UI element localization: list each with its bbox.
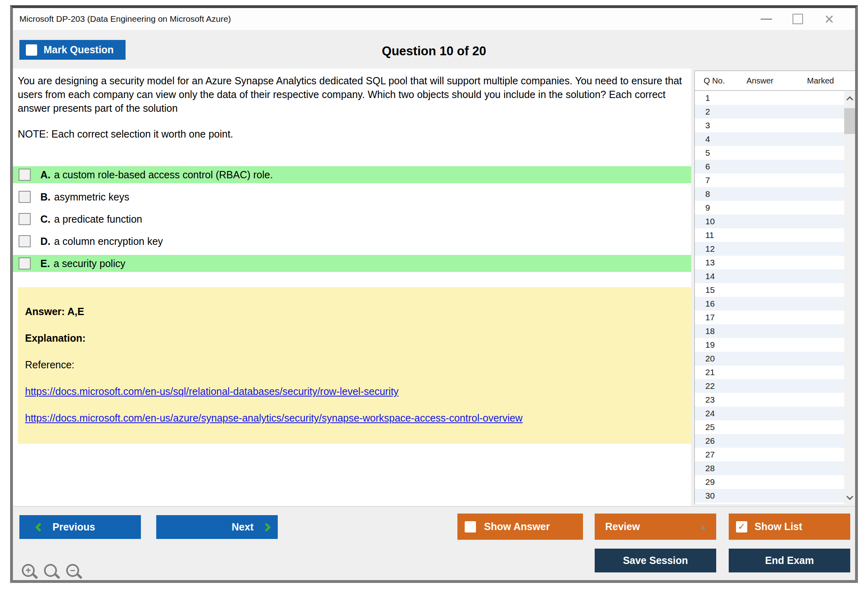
end-exam-button[interactable]: End Exam [729,549,850,572]
question-number-label: 24 [705,409,715,418]
question-list-row[interactable]: 25 [695,420,844,434]
option-text: asymmetric keys [54,191,129,203]
option-text: a custom role-based access control (RBAC… [54,169,273,181]
footer-divider [13,506,855,507]
chevron-left-icon [35,522,44,532]
question-list-row[interactable]: 3 [695,119,844,132]
previous-button[interactable]: Previous [19,515,141,539]
zoom-in-button[interactable]: + [21,563,40,582]
question-list-row[interactable]: 10 [695,215,844,228]
question-list-row[interactable]: 27 [695,448,844,461]
show-answer-button[interactable]: Show Answer [457,514,583,540]
option-checkbox[interactable] [19,257,31,269]
question-text: You are designing a security model for a… [18,74,682,115]
question-list-header: Q No. Answer Marked [695,71,855,91]
question-list-row[interactable]: 6 [695,160,844,173]
question-number-label: 9 [705,203,710,213]
reference-link[interactable]: https://docs.microsoft.com/en-us/sql/rel… [25,386,691,397]
option-checkbox[interactable] [19,235,31,247]
next-button[interactable]: Next [156,515,278,539]
answer-option-e[interactable]: E. a security policy [13,255,691,272]
question-list-row[interactable]: 16 [695,297,844,311]
question-list-row[interactable]: 17 [695,311,844,324]
question-number-label: 1 [705,93,710,103]
question-list-row[interactable]: 21 [695,365,844,379]
explanation-label: Explanation: [25,332,691,344]
question-number-label: 22 [705,381,715,391]
close-icon: × [824,11,834,27]
question-number-label: 15 [705,285,715,295]
question-list-row[interactable]: 2 [695,105,844,119]
column-marked: Marked [807,76,855,86]
answer-option-b[interactable]: B. asymmetric keys [13,188,691,205]
question-list-row[interactable]: 14 [695,269,844,283]
question-list-row[interactable]: 19 [695,338,844,352]
question-list-row[interactable]: 11 [695,228,844,242]
zoom-out-button[interactable]: − [65,563,84,582]
maximize-icon [793,14,803,24]
question-list-row[interactable]: 1 [695,91,844,105]
option-checkbox[interactable] [19,213,31,225]
question-list-row[interactable]: 8 [695,187,844,201]
question-list-row[interactable]: 23 [695,393,844,407]
option-text: a column encryption key [54,236,163,247]
question-number-label: 3 [705,121,710,130]
question-list-panel: Q No. Answer Marked 12345678910111213141… [694,71,855,504]
question-list-row[interactable]: 30 [695,489,844,503]
question-counter: Question 10 of 20 [0,44,868,58]
check-icon: ✓ [738,521,745,532]
option-checkbox[interactable] [19,169,31,181]
question-number-label: 23 [705,395,715,405]
option-checkbox[interactable] [19,191,31,203]
save-session-button[interactable]: Save Session [595,549,716,572]
question-list-row[interactable]: 13 [695,256,844,269]
column-qno: Q No. [695,76,746,86]
question-number-label: 18 [705,326,715,336]
answer-option-c[interactable]: C. a predicate function [13,211,691,228]
option-letter: C. [40,213,50,225]
maximize-button[interactable] [786,8,810,30]
question-list-row[interactable]: 28 [695,461,844,475]
question-number-label: 2 [705,107,710,117]
answer-option-d[interactable]: D. a column encryption key [13,233,691,250]
show-answer-checkbox[interactable] [465,521,476,532]
question-list-row[interactable]: 20 [695,352,844,365]
question-number-label: 12 [705,244,715,254]
question-number-label: 20 [705,354,715,363]
chevron-right-icon [262,522,271,532]
answer-option-a[interactable]: A. a custom role-based access control (R… [13,166,691,183]
scroll-up-button[interactable] [844,91,855,106]
show-list-button[interactable]: ✓ Show List [729,514,850,540]
show-list-label: Show List [755,521,802,532]
question-number-label: 29 [705,477,715,487]
chevron-down-icon [846,493,853,500]
close-button[interactable]: × [817,8,841,30]
answer-value: Answer: A,E [25,306,691,317]
reference-link[interactable]: https://docs.microsoft.com/en-us/azure/s… [25,412,691,424]
question-number-label: 6 [705,162,710,171]
show-list-checkbox[interactable]: ✓ [736,521,747,532]
review-button[interactable]: Review ▲ [595,514,716,540]
question-list-row[interactable]: 29 [695,475,844,489]
question-number-label: 11 [705,230,714,240]
question-list-row[interactable]: 12 [695,242,844,256]
question-list-row[interactable]: 24 [695,407,844,420]
question-list-row[interactable]: 22 [695,379,844,393]
question-list-row[interactable]: 9 [695,201,844,215]
scroll-down-button[interactable] [844,490,855,505]
question-number-label: 21 [705,367,715,377]
question-list-row[interactable]: 5 [695,146,844,160]
zoom-reset-button[interactable] [43,563,62,582]
question-list-row[interactable]: 26 [695,434,844,448]
option-letter: E. [40,258,50,269]
question-list-row[interactable]: 15 [695,283,844,297]
question-list-row[interactable]: 4 [695,132,844,146]
minimize-button[interactable] [754,8,778,30]
question-number-label: 10 [705,217,715,226]
question-list-row[interactable]: 7 [695,173,844,187]
scroll-thumb[interactable] [844,108,855,134]
column-answer: Answer [746,76,807,86]
option-text: a predicate function [54,213,142,225]
question-list-scrollbar[interactable] [844,91,855,505]
question-list-row[interactable]: 18 [695,324,844,338]
